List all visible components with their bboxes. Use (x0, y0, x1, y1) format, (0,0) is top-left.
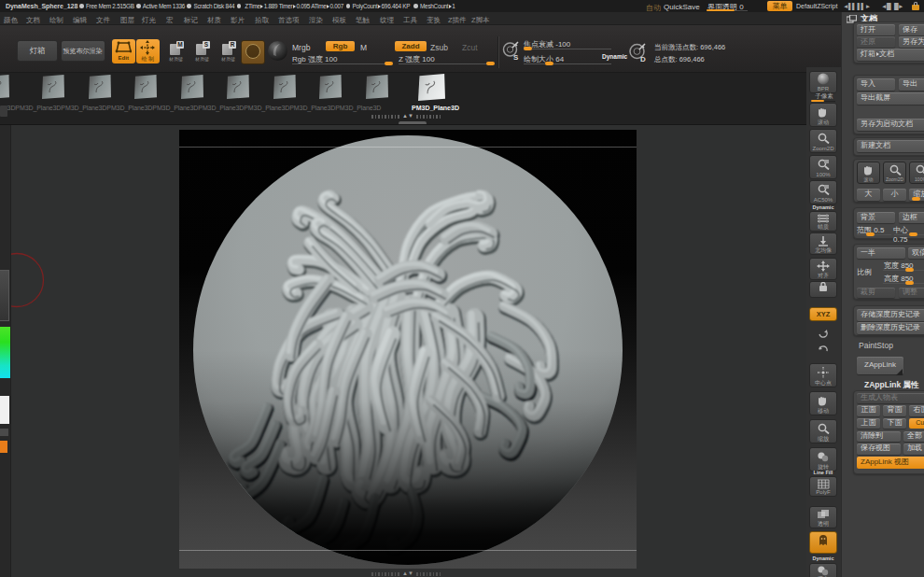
svg-text:D: D (640, 55, 646, 63)
svg-text:S: S (513, 53, 519, 61)
